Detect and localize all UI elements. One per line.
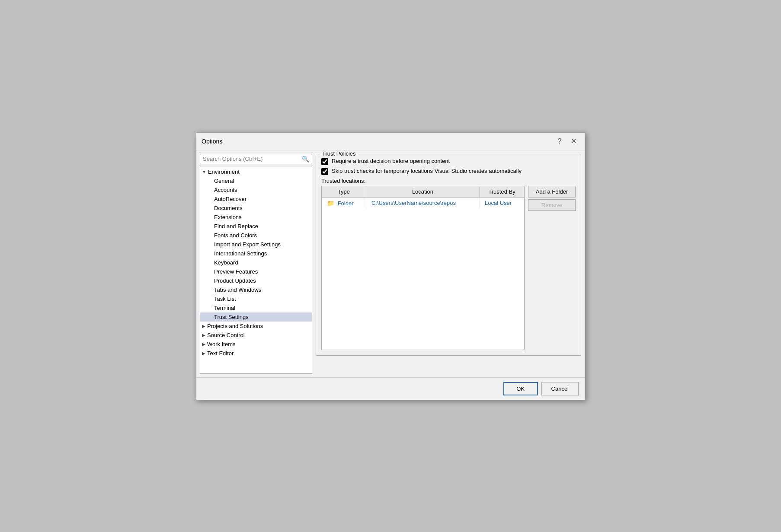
expand-icon-work: ▶ [202, 342, 205, 347]
remove-button[interactable]: Remove [528, 199, 576, 211]
search-input[interactable] [203, 156, 300, 162]
dialog-body: 🔍 ▼ Environment General Accounts AutoRec… [196, 150, 585, 377]
col-trusted-by: Trusted By [480, 186, 524, 198]
trusted-locations-label: Trusted locations: [321, 178, 576, 184]
policy1-checkbox[interactable] [321, 158, 328, 165]
row-trusted-by: Local User [480, 197, 524, 209]
policy1-label: Require a trust decision before opening … [332, 158, 450, 164]
tree-projects-solutions[interactable]: ▶ Projects and Solutions [200, 322, 312, 331]
col-type: Type [322, 186, 366, 198]
add-folder-button[interactable]: Add a Folder [528, 186, 576, 198]
table-buttons: Add a Folder Remove [528, 186, 576, 350]
sidebar-item-import-export[interactable]: Import and Export Settings [200, 240, 312, 249]
tree-work-items[interactable]: ▶ Work Items [200, 340, 312, 349]
sidebar-item-find-replace[interactable]: Find and Replace [200, 222, 312, 231]
row-trusted-by-value: Local User [485, 200, 512, 206]
sidebar-item-general[interactable]: General [200, 176, 312, 185]
tree-source-control[interactable]: ▶ Source Control [200, 331, 312, 340]
row-location-value: C:\Users\UserName\source\repos [371, 200, 456, 206]
close-button[interactable]: ✕ [567, 136, 579, 147]
sidebar-item-product-updates[interactable]: Product Updates [200, 276, 312, 285]
tree-environment[interactable]: ▼ Environment [200, 167, 312, 176]
sidebar-item-task-list[interactable]: Task List [200, 294, 312, 303]
row-location: C:\Users\UserName\source\repos [366, 197, 479, 209]
expand-icon-text: ▶ [202, 351, 205, 356]
tree-text-editor[interactable]: ▶ Text Editor [200, 349, 312, 358]
sidebar-item-fonts-colors[interactable]: Fonts and Colors [200, 231, 312, 240]
help-button[interactable]: ? [554, 136, 566, 147]
trusted-table-container: Type Location Trusted By 📁 Folder [321, 186, 525, 350]
folder-icon: 📁 [327, 200, 334, 207]
trusted-locations-area: Type Location Trusted By 📁 Folder [321, 186, 576, 350]
title-bar: Options ? ✕ [196, 133, 585, 150]
work-items-label: Work Items [207, 341, 236, 347]
sidebar-item-tabs-windows[interactable]: Tabs and Windows [200, 285, 312, 294]
environment-label: Environment [208, 169, 240, 175]
trust-policies-group: Trust Policies Require a trust decision … [316, 154, 581, 356]
row-type-label: Folder [338, 200, 354, 207]
dialog-title: Options [202, 138, 222, 145]
right-panel: Trust Policies Require a trust decision … [316, 154, 581, 374]
dialog-footer: OK Cancel [196, 377, 585, 400]
expand-icon-projects: ▶ [202, 324, 205, 328]
sidebar-item-extensions[interactable]: Extensions [200, 213, 312, 222]
sidebar-item-preview[interactable]: Preview Features [200, 267, 312, 276]
sidebar-item-accounts[interactable]: Accounts [200, 185, 312, 194]
trusted-table: Type Location Trusted By 📁 Folder [322, 186, 524, 209]
left-panel: 🔍 ▼ Environment General Accounts AutoRec… [200, 154, 312, 374]
tree-container[interactable]: ▼ Environment General Accounts AutoRecov… [200, 166, 312, 374]
sidebar-item-terminal[interactable]: Terminal [200, 303, 312, 312]
sidebar-item-autorecover[interactable]: AutoRecover [200, 194, 312, 204]
policy-row-2: Skip trust checks for temporary location… [321, 168, 576, 175]
policy-row-1: Require a trust decision before opening … [321, 158, 576, 165]
search-box: 🔍 [200, 154, 312, 164]
title-bar-buttons: ? ✕ [554, 136, 579, 147]
sidebar-item-international[interactable]: International Settings [200, 249, 312, 258]
col-location: Location [366, 186, 479, 198]
text-editor-label: Text Editor [207, 350, 234, 357]
sidebar-item-trust-settings[interactable]: Trust Settings [200, 312, 312, 322]
row-type: 📁 Folder [322, 197, 366, 209]
table-row[interactable]: 📁 Folder C:\Users\UserName\source\repos … [322, 197, 524, 209]
search-icon: 🔍 [302, 156, 309, 162]
expand-icon: ▼ [202, 169, 206, 174]
ok-button[interactable]: OK [503, 382, 538, 395]
expand-icon-source: ▶ [202, 333, 205, 338]
cancel-button[interactable]: Cancel [541, 382, 579, 395]
projects-label: Projects and Solutions [207, 323, 263, 329]
options-dialog: Options ? ✕ 🔍 ▼ Environment General [196, 132, 585, 400]
source-control-label: Source Control [207, 332, 245, 338]
group-legend: Trust Policies [320, 150, 358, 157]
sidebar-item-keyboard[interactable]: Keyboard [200, 258, 312, 267]
policy2-label: Skip trust checks for temporary location… [332, 168, 522, 174]
sidebar-item-documents[interactable]: Documents [200, 204, 312, 213]
policy2-checkbox[interactable] [321, 168, 328, 175]
